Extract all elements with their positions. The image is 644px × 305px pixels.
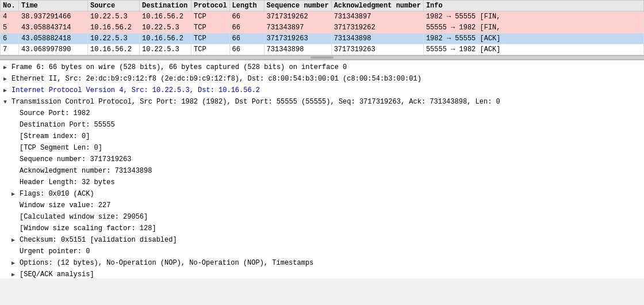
- expand-arrow-icon: ▶: [3, 63, 9, 72]
- cell-proto: TCP: [191, 22, 230, 33]
- table-header-row: No. Time Source Destination Protocol Len…: [1, 1, 644, 12]
- cell-src: 10.16.56.2: [88, 22, 140, 33]
- expand-arrow-icon: ▶: [3, 75, 9, 83]
- cell-dst: 10.22.5.3: [140, 44, 191, 55]
- detail-line-text: [Stream index: 0]: [20, 131, 90, 142]
- detail-line[interactable]: ▼Transmission Control Protocol, Src Port…: [0, 96, 644, 108]
- detail-line: [Stream index: 0]: [0, 131, 644, 142]
- detail-line: Header Length: 32 bytes: [0, 177, 644, 188]
- cell-seq: 731343897: [264, 22, 331, 33]
- cell-ack: 3717319262: [331, 22, 423, 33]
- cell-ack: 731343898: [331, 33, 423, 44]
- cell-seq: 3717319262: [264, 12, 331, 22]
- cell-no: 4: [1, 12, 19, 22]
- detail-line: Destination Port: 55555: [0, 119, 644, 131]
- col-header-time: Time: [19, 1, 88, 12]
- cell-time: 43.068997890: [19, 44, 88, 55]
- detail-line[interactable]: ▶Frame 6: 66 bytes on wire (528 bits), 6…: [0, 62, 644, 73]
- cell-seq: 3717319263: [264, 33, 331, 44]
- col-header-seq: Sequence number: [264, 1, 331, 12]
- col-header-no: No.: [1, 1, 19, 12]
- detail-line[interactable]: ▶Ethernet II, Src: 2e:dc:b9:c9:12:f8 (2e…: [0, 73, 644, 85]
- cell-dst: 10.16.56.2: [140, 33, 191, 44]
- col-header-length: Length: [229, 1, 264, 12]
- detail-line: [Calculated window size: 29056]: [0, 211, 644, 223]
- cell-no: 5: [1, 22, 19, 33]
- detail-line-text: Options: (12 bytes), No-Operation (NOP),…: [20, 258, 313, 268]
- cell-seq: 731343898: [264, 44, 331, 55]
- cell-proto: TCP: [191, 12, 230, 22]
- expand-arrow-icon: ▶: [12, 190, 17, 199]
- separator-handle: [310, 56, 334, 59]
- expand-arrow-icon: ▼: [3, 98, 9, 106]
- cell-ack: 731343897: [331, 12, 423, 22]
- packet-detail-panel[interactable]: ▶Frame 6: 66 bytes on wire (528 bits), 6…: [0, 60, 644, 279]
- detail-line: [Window size scaling factor: 128]: [0, 223, 644, 234]
- detail-line-text: Destination Port: 55555: [20, 120, 115, 130]
- cell-info: 1982 → 55555 [ACK]: [423, 33, 643, 44]
- expand-arrow-icon: ▶: [12, 236, 17, 245]
- cell-time: 38.937291466: [19, 12, 88, 22]
- detail-line-text: Window size value: 227: [20, 200, 110, 211]
- expand-arrow-icon: ▶: [12, 259, 17, 268]
- detail-line-text: [SEQ/ACK analysis]: [20, 269, 94, 279]
- cell-src: 10.22.5.3: [88, 33, 140, 44]
- cell-time: 43.058843714: [19, 22, 88, 33]
- col-header-info: Info: [423, 1, 643, 12]
- cell-no: 6: [1, 33, 19, 44]
- cell-no: 7: [1, 44, 19, 55]
- detail-line-text: Acknowledgment number: 731343898: [20, 166, 152, 176]
- cell-info: 1982 → 55555 [FIN,: [423, 12, 643, 22]
- cell-dst: 10.16.56.2: [140, 12, 191, 22]
- col-header-destination: Destination: [140, 1, 191, 12]
- cell-info: 55555 → 1982 [FIN,: [423, 22, 643, 33]
- detail-line-text: Flags: 0x010 (ACK): [20, 189, 94, 199]
- cell-len: 66: [229, 22, 264, 33]
- cell-src: 10.16.56.2: [88, 44, 140, 55]
- table-row[interactable]: 743.06899789010.16.56.210.22.5.3TCP66731…: [1, 44, 644, 55]
- cell-len: 66: [229, 33, 264, 44]
- detail-line-text: [TCP Segment Len: 0]: [20, 143, 102, 153]
- detail-line: Acknowledgment number: 731343898: [0, 165, 644, 177]
- detail-line-text: Source Port: 1982: [20, 108, 90, 119]
- panel-separator[interactable]: [0, 55, 644, 60]
- detail-line-text: Internet Protocol Version 4, Src: 10.22.…: [12, 85, 260, 96]
- detail-line-text: Frame 6: 66 bytes on wire (528 bits), 66…: [12, 62, 347, 73]
- col-header-source: Source: [88, 1, 140, 12]
- detail-line: Window size value: 227: [0, 200, 644, 211]
- cell-src: 10.22.5.3: [88, 12, 140, 22]
- detail-line: Sequence number: 3717319263: [0, 154, 644, 165]
- cell-time: 43.058882418: [19, 33, 88, 44]
- cell-info: 55555 → 1982 [ACK]: [423, 44, 643, 55]
- detail-line-text: Urgent pointer: 0: [20, 246, 90, 257]
- detail-line[interactable]: ▶Internet Protocol Version 4, Src: 10.22…: [0, 85, 644, 96]
- cell-len: 66: [229, 44, 264, 55]
- detail-line[interactable]: ▶[SEQ/ACK analysis]: [0, 269, 644, 279]
- detail-line: Urgent pointer: 0: [0, 246, 644, 257]
- table-row[interactable]: 643.05888241810.22.5.310.16.56.2TCP66371…: [1, 33, 644, 44]
- detail-line-text: Header Length: 32 bytes: [20, 177, 115, 188]
- cell-ack: 3717319263: [331, 44, 423, 55]
- detail-line: [TCP Segment Len: 0]: [0, 142, 644, 154]
- cell-proto: TCP: [191, 33, 230, 44]
- packet-list-table: No. Time Source Destination Protocol Len…: [0, 0, 644, 55]
- detail-line[interactable]: ▶Checksum: 0x5151 [validation disabled]: [0, 234, 644, 246]
- detail-line-text: Checksum: 0x5151 [validation disabled]: [20, 235, 177, 245]
- cell-dst: 10.22.5.3: [140, 22, 191, 33]
- col-header-ack: Acknowledgment number: [331, 1, 423, 12]
- detail-line[interactable]: ▶Options: (12 bytes), No-Operation (NOP)…: [0, 257, 644, 269]
- cell-proto: TCP: [191, 44, 230, 55]
- expand-arrow-icon: ▶: [12, 270, 17, 279]
- detail-line[interactable]: ▶Flags: 0x010 (ACK): [0, 188, 644, 200]
- detail-line: Source Port: 1982: [0, 108, 644, 119]
- detail-line-text: [Window size scaling factor: 128]: [20, 223, 156, 234]
- detail-line-text: Sequence number: 3717319263: [20, 154, 131, 165]
- col-header-protocol: Protocol: [191, 1, 230, 12]
- detail-line-text: Transmission Control Protocol, Src Port:…: [12, 97, 500, 107]
- detail-line-text: [Calculated window size: 29056]: [20, 212, 148, 222]
- cell-len: 66: [229, 12, 264, 22]
- table-row[interactable]: 438.93729146610.22.5.310.16.56.2TCP66371…: [1, 12, 644, 22]
- expand-arrow-icon: ▶: [3, 86, 9, 95]
- table-row[interactable]: 543.05884371410.16.56.210.22.5.3TCP66731…: [1, 22, 644, 33]
- detail-line-text: Ethernet II, Src: 2e:dc:b9:c9:12:f8 (2e:…: [12, 74, 421, 84]
